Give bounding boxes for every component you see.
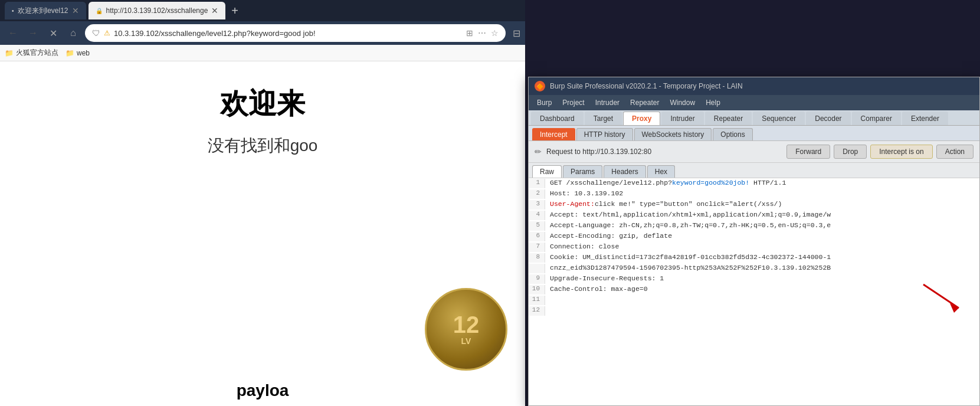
line-num-10: 10 [529, 285, 545, 294]
line-content-6: Accept-Encoding: gzip, deflate [545, 232, 672, 241]
bookmark-web[interactable]: 📁 web [65, 49, 90, 57]
burp-title: Burp Suite Professional v2020.2.1 - Temp… [550, 82, 743, 90]
tab-proxy[interactable]: Proxy [623, 112, 660, 125]
burp-menubar: Burp Project Intruder Repeater Window He… [529, 95, 979, 110]
address-bar[interactable]: 🛡 ⚠ 10.3.139.102/xsschallenge/level12.ph… [85, 24, 506, 42]
line-num-11: 11 [529, 296, 545, 305]
edit-icon: ✏ [535, 147, 542, 156]
tab-level12[interactable]: • 欢迎来到level12 ✕ [5, 2, 86, 19]
shield-icon: 🛡 [92, 28, 100, 38]
tab-decoder[interactable]: Decoder [806, 112, 850, 125]
tab-title-2: http://10.3.139.102/xsschallenge [106, 6, 208, 15]
intercept-button[interactable]: Intercept is on [870, 145, 932, 159]
bookmark-firefox[interactable]: 📁 火狐官方站点 [5, 48, 58, 58]
line-content-8: Cookie: UM_distinctid=173c2f8a42819f-01c… [545, 253, 831, 263]
line-content-1: GET /xsschallenge/level12.php?keyword=go… [545, 179, 786, 188]
page-subtext: 没有找到和goo [0, 123, 525, 157]
tab-dashboard[interactable]: Dashboard [531, 112, 584, 125]
line-num-7: 7 [529, 243, 545, 252]
home-button[interactable]: ⌂ [65, 25, 81, 41]
back-button[interactable]: ← [5, 25, 21, 41]
tab-close-2[interactable]: ✕ [211, 6, 218, 15]
action-button[interactable]: Action [936, 145, 974, 159]
line-content-5: Accept-Language: zh-CN,zh;q=0.8,zh-TW;q=… [545, 221, 831, 231]
menu-window[interactable]: Window [665, 95, 700, 110]
tab-intruder[interactable]: Intruder [661, 112, 703, 125]
menu-repeater[interactable]: Repeater [625, 95, 664, 110]
line-content-2: Host: 10.3.139.102 [545, 189, 623, 199]
content-tab-headers[interactable]: Headers [604, 165, 645, 178]
line-num-9: 9 [529, 274, 545, 284]
request-line-6: 6 Accept-Encoding: gzip, deflate [529, 231, 979, 242]
new-tab-button[interactable]: + [228, 4, 242, 18]
page-content: 欢迎来 没有找到和goo 12 LV payloa [0, 61, 525, 406]
menu-burp[interactable]: Burp [532, 95, 556, 110]
ssl-icon: ⚠ [104, 29, 110, 37]
tab-extender[interactable]: Extender [902, 112, 948, 125]
line-content-12 [545, 306, 550, 316]
request-line-7: 7 Connection: close [529, 242, 979, 253]
badge-circle: 12 LV [425, 288, 507, 371]
subtab-websockets[interactable]: WebSockets history [634, 128, 712, 140]
forward-button[interactable]: Forward [786, 145, 830, 159]
request-line-1: 1 GET /xsschallenge/level12.php?keyword=… [529, 178, 979, 189]
request-area[interactable]: 1 GET /xsschallenge/level12.php?keyword=… [529, 178, 979, 405]
content-tab-raw[interactable]: Raw [532, 165, 562, 178]
content-tabs: Raw Params Headers Hex [529, 163, 979, 178]
folder-icon-1: 📁 [5, 49, 14, 57]
line-num-6: 6 [529, 232, 545, 241]
tab-title: 欢迎来到level12 [18, 6, 68, 16]
svg-line-0 [923, 284, 959, 308]
line-num-3: 3 [529, 200, 545, 209]
tab-xss[interactable]: 🔒 http://10.3.139.102/xsschallenge ✕ [89, 2, 226, 19]
tab-target[interactable]: Target [585, 112, 622, 125]
bookmark-icon[interactable]: ☆ [491, 28, 499, 38]
line-content-8b: cnzz_eid%3D1287479594-1596702395-http%25… [545, 264, 831, 273]
tab-close-1[interactable]: ✕ [72, 6, 79, 15]
request-label: Request to http://10.3.139.102:80 [546, 148, 651, 156]
subtab-http-history[interactable]: HTTP history [576, 128, 633, 140]
tab-comparer[interactable]: Comparer [852, 112, 901, 125]
bookmark-label-1: 火狐官方站点 [16, 48, 58, 58]
reload-stop-button[interactable]: ✕ [45, 25, 61, 41]
request-line-2: 2 Host: 10.3.139.102 [529, 189, 979, 199]
menu-project[interactable]: Project [558, 95, 589, 110]
line-num-1: 1 [529, 179, 545, 188]
line-content-11 [545, 296, 550, 305]
content-tab-params[interactable]: Params [563, 165, 602, 178]
more-options-icon[interactable]: ⋯ [478, 28, 486, 38]
tab-lock-icon: 🔒 [96, 8, 103, 14]
tab-favicon: • [12, 8, 14, 14]
qr-code-icon[interactable]: ⊞ [466, 28, 473, 38]
browser-window: • 欢迎来到level12 ✕ 🔒 http://10.3.139.102/xs… [0, 0, 525, 406]
tab-sequencer[interactable]: Sequencer [753, 112, 805, 125]
tab-repeater[interactable]: Repeater [705, 112, 752, 125]
line-num-12: 12 [529, 306, 545, 316]
drop-button[interactable]: Drop [834, 145, 867, 159]
request-line-4: 4 Accept: text/html,application/xhtml+xm… [529, 210, 979, 221]
content-tab-hex[interactable]: Hex [647, 165, 675, 178]
payload-text: payloa [0, 381, 525, 400]
burp-toolbar: ✏ Request to http://10.3.139.102:80 Forw… [529, 141, 979, 163]
burp-titlebar: 🔶 Burp Suite Professional v2020.2.1 - Te… [529, 77, 979, 95]
menu-help[interactable]: Help [701, 95, 725, 110]
badge-lv: LV [461, 336, 471, 346]
burp-suite-window: 🔶 Burp Suite Professional v2020.2.1 - Te… [528, 77, 980, 406]
page-heading: 欢迎来 [0, 61, 525, 123]
menu-intruder[interactable]: Intruder [591, 95, 624, 110]
request-line-3: 3 User-Agent:click me!" type="button" on… [529, 199, 979, 210]
line-content-4: Accept: text/html,application/xhtml+xml,… [545, 211, 831, 220]
action-buttons: Forward Drop Intercept is on Action [786, 145, 974, 159]
forward-button[interactable]: → [25, 25, 41, 41]
subtab-intercept[interactable]: Intercept [532, 128, 575, 140]
folder-icon-2: 📁 [65, 49, 74, 57]
line-num-5: 5 [529, 221, 545, 231]
sidebar-toggle-icon[interactable]: ⊟ [513, 28, 520, 39]
line-num-4: 4 [529, 211, 545, 220]
red-arrow-indicator [906, 273, 976, 320]
subtab-options[interactable]: Options [713, 128, 752, 140]
badge-number: 12 [453, 313, 480, 336]
burp-logo: 🔶 [535, 81, 545, 91]
bookmarks-bar: 📁 火狐官方站点 📁 web [0, 45, 525, 61]
line-content-10: Cache-Control: max-age=0 [545, 285, 648, 294]
